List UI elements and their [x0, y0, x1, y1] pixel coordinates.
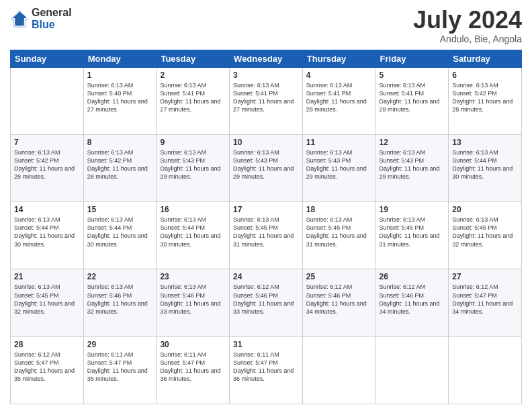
page: General Blue July 2024 Andulo, Bie, Ango…	[0, 0, 532, 411]
cell-details: Sunrise: 6:13 AM Sunset: 5:44 PM Dayligh…	[14, 216, 80, 248]
table-cell: 27Sunrise: 6:12 AM Sunset: 5:47 PM Dayli…	[449, 269, 522, 336]
day-number: 24	[233, 272, 299, 281]
day-number: 14	[14, 205, 80, 214]
cell-details: Sunrise: 6:13 AM Sunset: 5:45 PM Dayligh…	[452, 216, 518, 248]
week-row-1: 7Sunrise: 6:13 AM Sunset: 5:42 PM Daylig…	[11, 134, 522, 201]
day-number: 22	[87, 272, 153, 281]
table-cell: 29Sunrise: 6:11 AM Sunset: 5:47 PM Dayli…	[83, 336, 157, 404]
month-year-title: July 2024	[413, 7, 522, 34]
day-number: 30	[160, 340, 226, 349]
cell-details: Sunrise: 6:13 AM Sunset: 5:40 PM Dayligh…	[87, 81, 153, 114]
day-number: 10	[233, 138, 299, 147]
cell-details: Sunrise: 6:13 AM Sunset: 5:41 PM Dayligh…	[233, 81, 299, 114]
day-number: 8	[87, 138, 153, 147]
cell-details: Sunrise: 6:12 AM Sunset: 5:47 PM Dayligh…	[14, 351, 80, 383]
table-cell: 15Sunrise: 6:13 AM Sunset: 5:44 PM Dayli…	[83, 202, 157, 269]
header-wednesday: Wednesday	[230, 50, 303, 67]
table-cell	[11, 67, 84, 134]
table-cell: 5Sunrise: 6:13 AM Sunset: 5:41 PM Daylig…	[375, 67, 449, 134]
cell-details: Sunrise: 6:13 AM Sunset: 5:45 PM Dayligh…	[380, 216, 445, 248]
table-cell: 24Sunrise: 6:12 AM Sunset: 5:46 PM Dayli…	[230, 269, 303, 336]
day-number: 29	[87, 340, 153, 349]
table-cell: 30Sunrise: 6:11 AM Sunset: 5:47 PM Dayli…	[157, 336, 230, 404]
table-cell	[302, 336, 375, 404]
logo: General Blue	[10, 7, 72, 30]
table-cell: 11Sunrise: 6:13 AM Sunset: 5:43 PM Dayli…	[302, 134, 375, 201]
table-cell: 19Sunrise: 6:13 AM Sunset: 5:45 PM Dayli…	[375, 202, 449, 269]
header-monday: Monday	[83, 50, 157, 67]
day-number: 7	[14, 138, 80, 147]
header-sunday: Sunday	[11, 50, 84, 67]
cell-details: Sunrise: 6:13 AM Sunset: 5:43 PM Dayligh…	[233, 148, 299, 181]
day-number: 26	[380, 272, 445, 281]
day-number: 2	[160, 71, 226, 80]
cell-details: Sunrise: 6:13 AM Sunset: 5:46 PM Dayligh…	[160, 283, 226, 316]
day-number: 1	[87, 71, 153, 80]
header-friday: Friday	[375, 50, 449, 67]
week-row-0: 1Sunrise: 6:13 AM Sunset: 5:40 PM Daylig…	[11, 67, 522, 134]
day-number: 13	[452, 138, 518, 147]
day-number: 31	[233, 340, 299, 349]
day-number: 6	[452, 71, 518, 80]
cell-details: Sunrise: 6:13 AM Sunset: 5:43 PM Dayligh…	[380, 148, 445, 181]
table-cell: 8Sunrise: 6:13 AM Sunset: 5:42 PM Daylig…	[83, 134, 157, 201]
day-number: 4	[306, 71, 372, 80]
title-block: July 2024 Andulo, Bie, Angola	[413, 7, 522, 44]
cell-details: Sunrise: 6:11 AM Sunset: 5:47 PM Dayligh…	[160, 351, 226, 383]
table-cell: 16Sunrise: 6:13 AM Sunset: 5:44 PM Dayli…	[157, 202, 230, 269]
cell-details: Sunrise: 6:12 AM Sunset: 5:46 PM Dayligh…	[306, 283, 372, 316]
cell-details: Sunrise: 6:13 AM Sunset: 5:46 PM Dayligh…	[87, 283, 153, 316]
cell-details: Sunrise: 6:12 AM Sunset: 5:46 PM Dayligh…	[233, 283, 299, 316]
table-cell: 7Sunrise: 6:13 AM Sunset: 5:42 PM Daylig…	[11, 134, 84, 201]
table-cell	[449, 336, 522, 404]
cell-details: Sunrise: 6:13 AM Sunset: 5:41 PM Dayligh…	[306, 81, 372, 114]
cell-details: Sunrise: 6:13 AM Sunset: 5:44 PM Dayligh…	[87, 216, 153, 248]
cell-details: Sunrise: 6:12 AM Sunset: 5:47 PM Dayligh…	[452, 283, 518, 316]
table-cell: 20Sunrise: 6:13 AM Sunset: 5:45 PM Dayli…	[449, 202, 522, 269]
day-number: 27	[452, 272, 518, 281]
day-number: 17	[233, 205, 299, 214]
cell-details: Sunrise: 6:13 AM Sunset: 5:43 PM Dayligh…	[160, 148, 226, 181]
cell-details: Sunrise: 6:13 AM Sunset: 5:42 PM Dayligh…	[87, 148, 153, 181]
day-number: 18	[306, 205, 372, 214]
day-number: 12	[380, 138, 445, 147]
day-number: 9	[160, 138, 226, 147]
table-cell: 21Sunrise: 6:13 AM Sunset: 5:45 PM Dayli…	[11, 269, 84, 336]
cell-details: Sunrise: 6:13 AM Sunset: 5:42 PM Dayligh…	[452, 81, 518, 114]
table-cell: 4Sunrise: 6:13 AM Sunset: 5:41 PM Daylig…	[302, 67, 375, 134]
table-cell: 28Sunrise: 6:12 AM Sunset: 5:47 PM Dayli…	[11, 336, 84, 404]
cell-details: Sunrise: 6:13 AM Sunset: 5:45 PM Dayligh…	[306, 216, 372, 248]
table-cell: 17Sunrise: 6:13 AM Sunset: 5:45 PM Dayli…	[230, 202, 303, 269]
day-number: 28	[14, 340, 80, 349]
table-cell	[375, 336, 449, 404]
cell-details: Sunrise: 6:11 AM Sunset: 5:47 PM Dayligh…	[87, 351, 153, 383]
cell-details: Sunrise: 6:13 AM Sunset: 5:41 PM Dayligh…	[380, 81, 445, 114]
table-cell: 18Sunrise: 6:13 AM Sunset: 5:45 PM Dayli…	[302, 202, 375, 269]
header: General Blue July 2024 Andulo, Bie, Ango…	[10, 7, 522, 44]
week-row-3: 21Sunrise: 6:13 AM Sunset: 5:45 PM Dayli…	[11, 269, 522, 336]
table-cell: 13Sunrise: 6:13 AM Sunset: 5:44 PM Dayli…	[449, 134, 522, 201]
cell-details: Sunrise: 6:13 AM Sunset: 5:44 PM Dayligh…	[160, 216, 226, 248]
logo-general-text: General	[32, 7, 72, 19]
week-row-4: 28Sunrise: 6:12 AM Sunset: 5:47 PM Dayli…	[11, 336, 522, 404]
table-cell: 10Sunrise: 6:13 AM Sunset: 5:43 PM Dayli…	[230, 134, 303, 201]
header-tuesday: Tuesday	[157, 50, 230, 67]
header-saturday: Saturday	[449, 50, 522, 67]
cell-details: Sunrise: 6:13 AM Sunset: 5:41 PM Dayligh…	[160, 81, 226, 114]
cell-details: Sunrise: 6:13 AM Sunset: 5:43 PM Dayligh…	[306, 148, 372, 181]
logo-blue-text: Blue	[32, 19, 72, 31]
week-row-2: 14Sunrise: 6:13 AM Sunset: 5:44 PM Dayli…	[11, 202, 522, 269]
cell-details: Sunrise: 6:11 AM Sunset: 5:47 PM Dayligh…	[233, 351, 299, 383]
day-number: 20	[452, 205, 518, 214]
day-number: 3	[233, 71, 299, 80]
calendar-table: Sunday Monday Tuesday Wednesday Thursday…	[10, 50, 522, 404]
cell-details: Sunrise: 6:12 AM Sunset: 5:46 PM Dayligh…	[380, 283, 445, 316]
table-cell: 9Sunrise: 6:13 AM Sunset: 5:43 PM Daylig…	[157, 134, 230, 201]
day-number: 23	[160, 272, 226, 281]
table-cell: 22Sunrise: 6:13 AM Sunset: 5:46 PM Dayli…	[83, 269, 157, 336]
table-cell: 3Sunrise: 6:13 AM Sunset: 5:41 PM Daylig…	[230, 67, 303, 134]
table-cell: 31Sunrise: 6:11 AM Sunset: 5:47 PM Dayli…	[230, 336, 303, 404]
table-cell: 26Sunrise: 6:12 AM Sunset: 5:46 PM Dayli…	[375, 269, 449, 336]
location-text: Andulo, Bie, Angola	[413, 34, 522, 44]
cell-details: Sunrise: 6:13 AM Sunset: 5:42 PM Dayligh…	[14, 148, 80, 181]
